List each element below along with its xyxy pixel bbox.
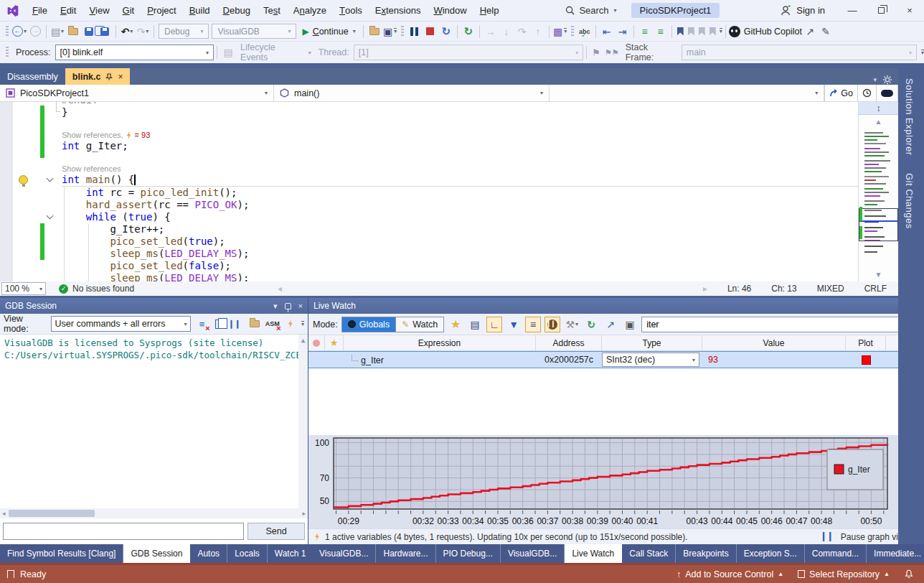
fold-chevron-icon[interactable] [47,213,54,220]
solution-configuration-select[interactable]: Debug▾ [159,24,209,39]
share-button[interactable]: ↗ [802,24,818,39]
column-type[interactable]: Type [602,335,702,350]
solution-platform-select[interactable]: VisualGDB▾ [212,24,296,39]
stop-debugging-button[interactable] [423,24,438,39]
menu-build[interactable]: Build [183,0,217,21]
process-select[interactable]: [0] blink.elf▾ [55,45,214,60]
tab-autos[interactable]: Autos [190,544,227,563]
stack-frame-select[interactable]: main▾ [682,45,917,60]
memory-badge-button[interactable] [877,85,898,101]
open-file-button[interactable] [65,24,81,39]
menu-git[interactable]: Git [116,0,141,21]
sort-button[interactable]: ≡ [525,317,541,332]
line-comment-button[interactable]: ≡ [637,24,653,39]
show-details-button[interactable]: ▤ [467,317,483,332]
panel-menu-chevron-icon[interactable]: ▾ [273,302,278,311]
toolbar-grip[interactable] [6,47,9,58]
tab-hardware[interactable]: Hardware... [376,544,435,563]
gdb-command-input[interactable] [3,523,244,540]
find-in-files-button[interactable] [367,24,382,39]
select-repository-button[interactable]: Select Repository ▲ [798,569,890,579]
search-button[interactable]: Search ▾ [558,5,623,16]
gear-icon[interactable] [882,75,892,85]
pin-icon[interactable] [285,303,291,309]
send-button[interactable]: Send [248,523,305,540]
add-to-source-control-button[interactable]: ↑ Add to Source Control ▲ [676,569,783,579]
scroll-down-icon[interactable]: ▼ [859,271,898,279]
hscroll-right-arrow-icon[interactable]: ▸ [703,284,707,294]
breakpoint-gutter[interactable] [0,102,13,281]
refresh-session-button[interactable] [284,317,297,331]
menu-view[interactable]: View [82,0,116,21]
step-over-button[interactable]: ↷ [514,24,530,39]
pause-graph-button[interactable]: ▎▎ Pause graph view [823,532,909,542]
menu-help[interactable]: Help [473,0,506,21]
settings-wrench-button[interactable]: ⚒▾ [564,317,580,332]
show-plot-button[interactable]: ∟ [486,317,502,332]
spell-check-button[interactable]: abc [577,24,593,39]
clear-output-button[interactable]: ≡ [195,317,208,331]
show-next-statement-button[interactable]: → [483,24,499,39]
tab-blink-c[interactable]: blink.c × [65,68,131,85]
lightbulb-icon[interactable] [19,175,28,185]
issues-status[interactable]: No issues found [72,284,134,294]
menu-tools[interactable]: Tools [333,0,369,21]
breakpoint-column-header[interactable] [308,335,325,350]
menu-project[interactable]: Project [141,0,182,21]
navigate-cursor-button[interactable]: ⇤ [599,24,615,39]
timer-button[interactable] [858,85,877,101]
close-panel-icon[interactable]: × [298,302,303,310]
export-button[interactable]: ↗ [603,317,618,332]
close-tab-icon[interactable]: × [118,72,123,82]
gdb-horizontal-scrollbar[interactable]: ◂ ▸ [0,508,308,518]
column-address[interactable]: Address [536,335,602,350]
tab-pio-debug[interactable]: PIO Debug... [436,544,501,563]
fold-chevron-icon[interactable] [47,175,54,182]
restart-button[interactable]: ↻ [438,24,454,39]
tab-breakpoints[interactable]: Breakpoints [676,544,736,563]
uncomment-button[interactable]: ≡ [653,24,669,39]
tab-call-stack[interactable]: Call Stack [622,544,676,563]
pause-output-button[interactable]: ▎▎ [230,317,243,331]
view-mode-select[interactable]: User commands + all errors▾ [51,316,192,332]
eol-indicator[interactable]: CRLF [864,284,887,294]
column-expression[interactable]: Expression [344,335,536,350]
step-into-button[interactable]: ↓ [499,24,514,39]
minimap-viewport[interactable] [859,208,898,241]
go-button[interactable]: Go [825,85,858,101]
scrollbar-thumb[interactable] [9,510,95,517]
symbol-dropdown[interactable]: main()▾ [274,85,550,101]
sidebar-tab-git-changes[interactable]: Git Changes [904,163,915,236]
format-indent-button[interactable]: ⇥ [615,24,631,39]
globals-mode-button[interactable]: Globals [342,317,395,332]
editor-split-handle[interactable]: ↕ [859,102,898,115]
code-pane[interactable]: #endif} Show references,= 93int g_Iter; … [0,102,858,281]
navigate-back-button[interactable]: ←▾ [11,24,27,39]
watch-mode-button[interactable]: ✎Watch [395,317,443,332]
add-item-button[interactable]: ▣ [622,317,638,332]
scroll-left-icon[interactable]: ◂ [2,510,6,517]
github-copilot-label[interactable]: GitHub Copilot [744,27,802,37]
tab-gdb-session[interactable]: GDB Session [123,544,190,563]
member-dropdown[interactable]: ▾ [550,85,824,101]
menu-debug[interactable]: Debug [217,0,257,21]
menu-edit[interactable]: Edit [54,0,82,21]
tab-locals[interactable]: Locals [227,544,268,563]
tab-visualgdb[interactable]: VisualGDB... [501,544,565,563]
filter-button[interactable]: ▼ [506,317,522,332]
thread-select[interactable]: [1]▾ [354,45,584,60]
refresh-button[interactable]: ↻ [583,317,599,332]
watch-search-input[interactable] [646,320,918,330]
toggle-bookmark-button[interactable] [677,27,684,36]
gdb-output[interactable]: VisualGDB is licensed to Sysprogs (site … [0,335,308,508]
pause-updates-button[interactable]: ▎▎ [544,317,560,332]
watch-row-g-iter[interactable]: g_Iter 0x2000257c SInt32 (dec)▾ 93 [308,351,924,368]
asm-toggle-button[interactable]: ASM [265,317,280,331]
scroll-up-icon[interactable]: ▲ [859,118,898,126]
sign-in-button[interactable]: + Sign in [780,5,825,17]
tab-exception-s[interactable]: Exception S... [737,544,805,563]
minimap[interactable]: ▲ ▼ [859,115,898,281]
continue-button[interactable]: ▶ Continue ▾ [298,27,359,37]
hscroll-left-arrow-icon[interactable]: ◂ [278,284,282,294]
column-indicator[interactable]: Ch: 13 [771,284,796,294]
